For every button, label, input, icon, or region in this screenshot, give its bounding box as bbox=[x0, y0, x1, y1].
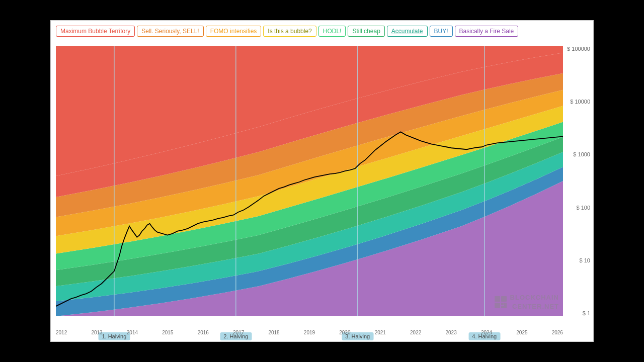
chart-container: Maximum Bubble TerritorySell. Seriously,… bbox=[50, 20, 594, 342]
legend-item-5: Still cheap bbox=[348, 26, 384, 37]
y-label-1k: $ 1000 bbox=[573, 151, 590, 157]
x-label-2014: 2014 bbox=[127, 330, 138, 335]
legend-item-4: HODL! bbox=[318, 26, 346, 37]
x-label-2020: 2020 bbox=[339, 330, 350, 335]
watermark: BLOCKCHAIN CENTER.NET bbox=[494, 293, 559, 311]
svg-rect-8 bbox=[501, 303, 504, 305]
x-axis-labels: 2012201320142015201620172018201920202021… bbox=[56, 330, 563, 335]
x-label-2025: 2025 bbox=[516, 330, 527, 335]
y-label-100k: $ 100000 bbox=[567, 46, 590, 52]
legend-item-6: Accumulate bbox=[387, 26, 428, 37]
x-label-2017: 2017 bbox=[233, 330, 244, 335]
x-label-2018: 2018 bbox=[268, 330, 279, 335]
svg-rect-7 bbox=[495, 303, 500, 308]
y-label-10k: $ 10000 bbox=[570, 99, 590, 105]
x-label-2026: 2026 bbox=[552, 330, 563, 335]
x-label-2013: 2013 bbox=[91, 330, 102, 335]
legend: Maximum Bubble TerritorySell. Seriously,… bbox=[51, 21, 593, 40]
y-axis-area: $ 100000 $ 10000 $ 1000 $ 100 $ 10 $ 1 bbox=[563, 46, 592, 316]
chart-area: 1. Halving 2. Halving 3. Halving 4. Halv… bbox=[56, 46, 563, 316]
legend-item-1: Sell. Seriously, SELL! bbox=[137, 26, 204, 37]
legend-item-7: BUY! bbox=[430, 26, 453, 37]
x-label-2015: 2015 bbox=[162, 330, 173, 335]
chart-svg bbox=[56, 46, 563, 316]
y-label-10: $ 10 bbox=[580, 257, 590, 263]
svg-rect-10 bbox=[501, 306, 507, 308]
x-label-2016: 2016 bbox=[198, 330, 209, 335]
x-label-2019: 2019 bbox=[304, 330, 315, 335]
svg-rect-6 bbox=[501, 296, 507, 302]
legend-item-0: Maximum Bubble Territory bbox=[56, 26, 135, 37]
y-label-100: $ 100 bbox=[576, 205, 590, 211]
legend-item-3: Is this a bubble? bbox=[263, 26, 316, 37]
legend-item-8: Basically a Fire Sale bbox=[455, 26, 519, 37]
x-label-2024: 2024 bbox=[481, 330, 492, 335]
x-label-2022: 2022 bbox=[410, 330, 421, 335]
x-label-2021: 2021 bbox=[375, 330, 386, 335]
x-label-2023: 2023 bbox=[445, 330, 456, 335]
svg-rect-5 bbox=[495, 296, 500, 302]
x-label-2012: 2012 bbox=[56, 330, 67, 335]
legend-item-2: FOMO intensifies bbox=[206, 26, 262, 37]
y-label-1: $ 1 bbox=[583, 310, 590, 316]
